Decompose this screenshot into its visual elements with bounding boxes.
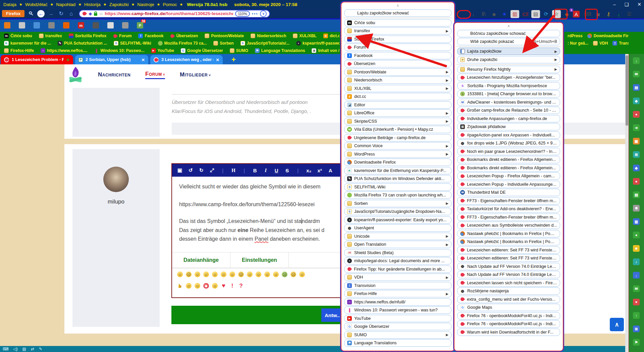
scroll-up-icon[interactable]: ∧ — [454, 23, 563, 29]
red-badge-icon[interactable]: ● — [633, 111, 640, 118]
tab-1[interactable]: 1 Lesezeichen Problem - Fire✕ — [1, 55, 73, 64]
tab-einstellungen[interactable]: Einstellungen — [230, 252, 289, 268]
menu-item-pua-schutzfunktion-im-windows-defender-a[interactable]: ✎PUA Schutzfunktion im Windows Defender … — [344, 175, 451, 182]
bookmark--bersetzen[interactable]: Übersetzen — [170, 34, 198, 38]
bookmark-youtube[interactable]: ▶YouTube — [151, 48, 174, 53]
menu-item-libreoffice[interactable]: LibreOffice▶ — [344, 109, 451, 117]
forward-button[interactable]: → — [47, 11, 55, 17]
menu-item-warum-wird-kein-downloadfortschritt-in-d[interactable]: Warum wird kein Downloadfortschritt in d… — [457, 329, 560, 336]
home-button[interactable]: ⌂ — [67, 11, 75, 17]
permissions-icon[interactable]: ⚏ — [99, 11, 103, 16]
menu-item-useragent[interactable]: ⊕UserAgent — [344, 224, 451, 232]
green-up-icon[interactable]: ↑ — [633, 312, 640, 319]
menu-item-nach-update-auf-ff-version-74-0-eintr-ge[interactable]: Nach Update auf FF Version 74.0 Einträge… — [457, 271, 560, 278]
restore-button[interactable]: ❑ — [625, 2, 629, 7]
heading-icon[interactable]: H — [231, 168, 236, 173]
emoji-tongue[interactable]: ☺ — [203, 272, 209, 277]
bookmark-sumo[interactable]: SUMO — [230, 48, 248, 53]
bookmark-google-bersetzer[interactable]: GGoogle Übersetzer — [181, 48, 223, 53]
source-icon[interactable]: ▣ — [177, 167, 182, 173]
menu-hamburger-icon[interactable]: ☰ — [625, 10, 634, 18]
green-mail2-icon[interactable]: ✉ — [633, 285, 640, 292]
bookmark-pontoon-weblate[interactable]: Pontoon/Weblate — [205, 34, 244, 38]
menu-item-ungelesene-beitr-ge-camp-firefox-de[interactable]: Ungelesene Beiträge - camp-firefox.de — [344, 134, 451, 141]
scroll-to-top-button[interactable]: ∧ — [610, 318, 624, 331]
emoji-thinking[interactable]: ☺ — [299, 272, 305, 277]
menu-item-shield-studies-beta-[interactable]: JSShield Studies (Beta) — [344, 249, 451, 256]
close-button[interactable]: ✕ — [637, 2, 641, 7]
bookmark-rdpress[interactable]: rdPress — [568, 34, 583, 38]
menu-item-sorbzilla-firefox[interactable]: Sorbzilla Firefox — [344, 36, 451, 43]
url-bar[interactable]: ◆ ⚏ https://www.camp-firefox.de/forum/th… — [79, 10, 270, 18]
penguin-icon[interactable] — [107, 22, 114, 28]
tab-close-icon[interactable]: ✕ — [142, 57, 145, 62]
emoji-frown[interactable]: ☹ — [186, 272, 192, 277]
green-flag-icon[interactable]: ⚑ — [633, 339, 640, 346]
emoji-astonished[interactable]: ☺ — [273, 272, 279, 277]
menu-item-open-translation[interactable]: Open Translation▶ — [344, 241, 451, 248]
italic-icon[interactable]: I — [263, 168, 268, 173]
menu-item-unicode[interactable]: Unicode▶ — [344, 233, 451, 240]
emoji-laugh[interactable]: ☺ — [221, 272, 226, 277]
bookmark-inhalt-von-dateien-[interactable]: ≣Inhalt von /dateien/. — [312, 48, 339, 53]
audio-plug-icon[interactable] — [93, 22, 99, 28]
menu-item-firefox-76-openbookmodokifor40-uc-js-ind[interactable]: Firefox 76 - openbookModokiFor40.uc.js -… — [457, 320, 560, 328]
menu-item-language-translations[interactable]: ⚑Language Translations — [344, 339, 451, 347]
gray-gear-icon[interactable]: ✱ — [633, 205, 640, 212]
bookmark--i-e-sobu[interactable]: mĆińće sobu — [4, 34, 32, 38]
tab-3[interactable]: 3 Lesezeichen weg , oder doc✕ — [150, 55, 223, 64]
sync-icon[interactable]: ⟳ — [542, 10, 550, 18]
nav-nachrichten[interactable]: Nachrichten — [98, 71, 130, 78]
menu-item--i-e-sobu[interactable]: mĆińće sobu — [344, 19, 451, 26]
bookmark-facebook[interactable]: fFacebook — [138, 34, 163, 38]
key-add-icon[interactable]: ⚷ — [604, 10, 613, 18]
menu-item-zrjadowak-p-idatkow[interactable]: ⊞Zrjadowak přidatkow — [457, 123, 560, 130]
menu-item-lesezeichen-editieren-seit-ff-73-wird-fe[interactable]: Lesezeichen editieren: Seit FF 73 wird F… — [457, 254, 560, 262]
firefox-old-icon[interactable] — [63, 22, 69, 28]
tab-close-icon[interactable]: ✕ — [216, 57, 219, 62]
emoji-joy[interactable]: ☺ — [229, 272, 235, 277]
installer-icon[interactable] — [34, 22, 40, 28]
scroll-up-icon[interactable]: ∧ — [341, 2, 454, 8]
subscript-icon[interactable]: x₂ — [306, 168, 311, 173]
bookmark-windows-10-passwo-[interactable]: ∥Windows 10: Passwo... — [94, 48, 144, 53]
menu-item-lesezeichen-popup-firefox-allgemein-cam-[interactable]: Lesezeichen Popup - Firefox Allgemein - … — [457, 172, 560, 180]
downloads-green-icon[interactable]: ↓ — [614, 10, 623, 18]
menu-item-thunderbird-mail-de[interactable]: ✉Thunderbird Mail DE — [457, 189, 560, 196]
menu-item-lajstu-zapo-o-kow-schowa-[interactable]: Lajstu zapołožkow schować — [344, 9, 451, 17]
menu-item-windows-10-passwort-vergessen-was-tun-[interactable]: ∥Windows 10: Passwort vergessen - was tu… — [344, 306, 451, 314]
bookmark-sorben[interactable]: Sorben — [213, 41, 233, 46]
menu-item-lesezeichen-hinzuf-gen-anzeigefenster-be[interactable]: Lesezeichen hinzufügen - Anzeigefenster … — [457, 74, 560, 81]
menu-item-vila-edita-unterkunft-pension-mapy-cz[interactable]: MVila Edita (Unterkunft - Pension) • Map… — [344, 126, 451, 133]
menu-item-forum[interactable]: Forum — [344, 44, 451, 51]
library-icon[interactable]: ⦀\ — [479, 10, 488, 18]
bold-icon[interactable]: B — [253, 168, 257, 173]
menu-item-youtube[interactable]: ▶YouTube — [344, 315, 451, 322]
zoom-level-badge[interactable]: 110% — [235, 11, 250, 17]
yellow-star-icon[interactable]: ★ — [633, 245, 640, 252]
back-button[interactable]: ← — [37, 10, 45, 17]
teal-media-icon[interactable]: ◆ — [633, 98, 640, 104]
bookmark-xul-xbl[interactable]: XUL/XBL — [293, 34, 316, 38]
menu-item-b-nicu-zapo-o-kow-schowa-[interactable]: Bóčnicu zapołožkow schować — [457, 30, 560, 37]
green-mail-icon[interactable]: ✉ — [633, 71, 640, 77]
menu-item-res-ursy-firefox-nightly[interactable]: Res­ursy Firefox Nightly▶ — [457, 66, 560, 73]
emoji-question[interactable]: ? — [238, 283, 244, 289]
teal-note-icon[interactable]: ♪ — [633, 258, 640, 265]
expand-icon[interactable]: ⤢ — [210, 167, 214, 173]
green-download-icon[interactable]: ↓ — [633, 57, 640, 64]
menu-item-sorbzilla-programy-mozilla-hornjoserbsce[interactable]: SSorbzilla - Programy Mozilla hornjoserb… — [457, 82, 560, 90]
bookmark-mozilla-firefox-73-ca-[interactable]: Mozilla Firefox 73 ca... — [158, 41, 207, 46]
menu-item-nastawk-p-e-o-i-bookmarks-in-firefox-pom[interactable]: Nastawk přełožić | Bookmarks in Firefox … — [457, 238, 560, 245]
blue-doc-icon[interactable]: ▤ — [633, 84, 640, 91]
page-actions-icon[interactable]: ••• — [252, 11, 258, 16]
emoji-kiss[interactable]: ☺ — [247, 272, 253, 277]
blue-grid-icon[interactable]: ⊞ — [633, 326, 640, 332]
menu-item-ff73-eigenschaften-fenster-breiter-ffnen[interactable]: FF73 - Eigenschaften-Fenster breiter öff… — [457, 197, 560, 204]
css-toggle-icon[interactable]: Cſſ — [521, 10, 530, 18]
menu-item-lajsta-zapo-o-kow[interactable]: Lajsta zapołožkow▶ — [457, 48, 560, 55]
url-text[interactable]: https://www.camp-firefox.de/forum/thema/… — [105, 11, 233, 16]
speaker-icon[interactable]: ◁) — [13, 347, 17, 351]
translate-cjk-icon[interactable]: A — [573, 11, 580, 17]
emoji-angry[interactable]: ☹ — [238, 272, 244, 277]
